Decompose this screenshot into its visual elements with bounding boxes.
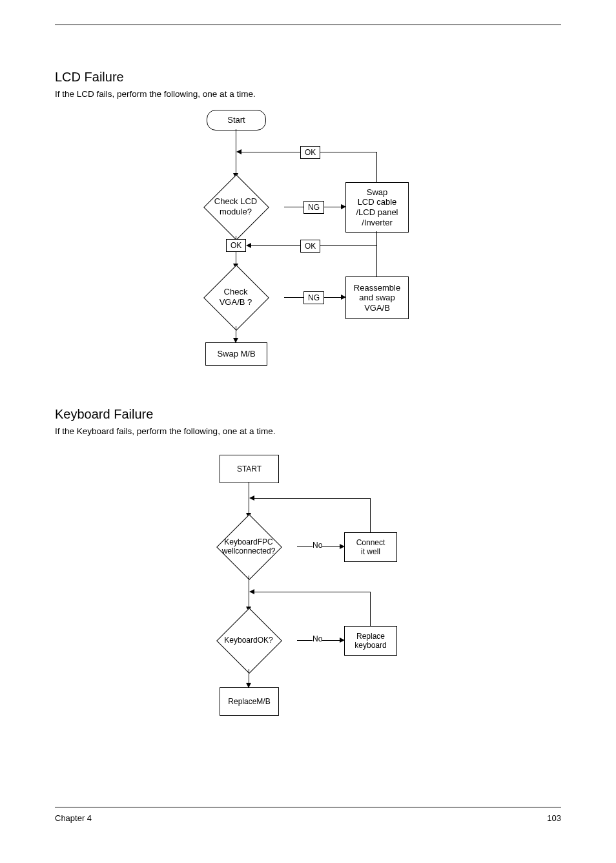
- edge: [376, 152, 377, 182]
- node-text: Replace: [356, 632, 385, 641]
- node-text: LCD cable: [358, 197, 397, 207]
- heading-lcd: LCD Failure: [55, 70, 124, 85]
- edge: [254, 498, 370, 499]
- label-no: No: [313, 634, 322, 643]
- decision-text: KeyboardFPC: [224, 537, 272, 546]
- node-start: START: [220, 455, 279, 483]
- flowchart-keyboard: START KeyboardFPC wellconnected? No Conn…: [194, 450, 426, 727]
- label-ok: OK: [300, 146, 320, 159]
- footer-chapter: Chapter 4: [55, 813, 92, 823]
- heading-keyboard: Keyboard Failure: [55, 407, 153, 422]
- flowchart-lcd: Start Check LCD module? NG Swap LCD cabl…: [181, 103, 439, 375]
- node-text: /LCD panel: [356, 207, 398, 218]
- node-swap-lcd: Swap LCD cable /LCD panel /Inverter: [345, 182, 409, 233]
- node-text: Reassemble: [354, 283, 400, 293]
- label-ok: OK: [300, 240, 320, 253]
- node-replace-mb: ReplaceM/B: [220, 687, 279, 716]
- decision-text: wellconnected?: [222, 546, 276, 556]
- node-connect-well: Connect it well: [344, 532, 397, 562]
- node-swap-mb: Swap M/B: [205, 342, 267, 366]
- node-swap-vga: Reassemble and swap VGA/B: [345, 276, 409, 319]
- node-replace-keyboard: Replace keyboard: [344, 626, 397, 656]
- node-start: Start: [207, 110, 266, 130]
- subtext-keyboard: If the Keyboard fails, perform the follo…: [55, 426, 275, 436]
- decision-text: Check LCD: [214, 196, 257, 207]
- label-ok: OK: [226, 239, 246, 252]
- edge: [376, 245, 377, 276]
- subtext-lcd: If the LCD fails, perform the following,…: [55, 89, 256, 99]
- label-ng: NG: [303, 291, 324, 304]
- arrowhead: [249, 589, 254, 594]
- bottom-rule: [55, 807, 561, 807]
- label-no: No: [313, 541, 322, 550]
- edge: [236, 129, 236, 152]
- arrowhead: [246, 243, 251, 248]
- arrowhead: [236, 149, 241, 154]
- decision-text: Check: [224, 287, 248, 297]
- arrowhead: [249, 495, 254, 501]
- decision-lcd-module: Check LCD module?: [187, 178, 284, 236]
- decision-text: VGA/B ?: [220, 297, 252, 307]
- edge: [370, 592, 371, 626]
- decision-text: KeyboardOK?: [224, 636, 272, 645]
- node-text: VGA/B: [364, 303, 390, 313]
- decision-text: module?: [220, 207, 252, 217]
- edge: [376, 231, 377, 245]
- node-text: keyboard: [354, 641, 386, 650]
- decision-fpc: KeyboardFPC wellconnected?: [200, 517, 297, 576]
- top-rule: [55, 25, 561, 25]
- node-text: Connect: [356, 538, 385, 547]
- node-text: Swap: [367, 187, 388, 198]
- decision-vga: Check VGA/B ?: [187, 268, 284, 326]
- decision-kbok: KeyboardOK?: [200, 611, 297, 669]
- node-text: it well: [361, 547, 380, 556]
- edge: [370, 498, 371, 532]
- node-text: /Inverter: [362, 218, 393, 228]
- label-ng: NG: [303, 201, 324, 214]
- footer-page: 103: [547, 813, 561, 823]
- edge: [254, 592, 370, 592]
- node-text: and swap: [359, 293, 395, 303]
